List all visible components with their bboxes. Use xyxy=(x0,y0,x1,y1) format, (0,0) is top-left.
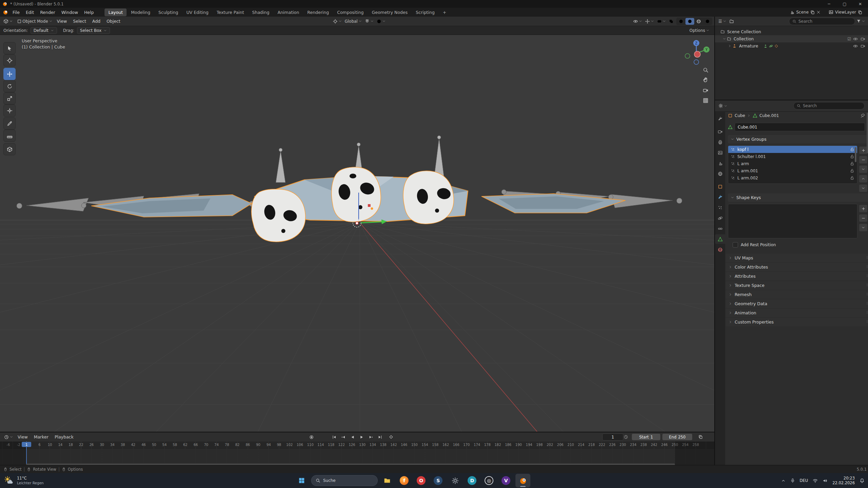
scene-selector[interactable]: Scene xyxy=(787,9,823,15)
blender-menu-icon[interactable] xyxy=(3,9,8,15)
hide-viewport-eye-icon[interactable] xyxy=(853,44,858,48)
lock-open-icon[interactable] xyxy=(850,154,854,159)
breadcrumb-object[interactable]: Cube xyxy=(735,113,745,118)
minimize-button[interactable]: ─ xyxy=(821,0,837,8)
panel-animation[interactable]: Animation⠿ xyxy=(726,309,868,317)
camera-view-button[interactable] xyxy=(701,86,710,95)
outliner-display-mode-button[interactable] xyxy=(728,18,735,24)
disable-render-camera-icon[interactable] xyxy=(861,44,865,48)
editor-type-button[interactable] xyxy=(2,18,14,24)
new-view-layer-icon[interactable] xyxy=(858,10,862,15)
tab-tool[interactable] xyxy=(715,114,725,123)
timeline-menu-marker[interactable]: Marker xyxy=(31,433,52,441)
keying-set-dropdown[interactable] xyxy=(387,434,395,441)
settings-gear-icon[interactable] xyxy=(448,474,463,487)
viewport-canvas[interactable] xyxy=(0,34,714,432)
new-scene-icon[interactable] xyxy=(810,10,815,15)
workspace-tab-uv-editing[interactable]: UV Editing xyxy=(183,8,212,16)
taskbar-search[interactable]: Suche xyxy=(311,475,378,486)
shading-rendered-button[interactable] xyxy=(703,18,712,25)
previous-keyframe-button[interactable] xyxy=(339,434,348,441)
timeline-channels[interactable] xyxy=(0,449,714,466)
vertex-groups-panel-header[interactable]: Vertex Groups ⠿ xyxy=(728,135,868,143)
remove-vertex-group-button[interactable] xyxy=(859,156,868,164)
options-dropdown[interactable]: Options xyxy=(688,27,711,34)
outliner-row-armature[interactable]: Armature xyxy=(715,42,868,50)
blender-taskbar-icon[interactable] xyxy=(515,474,530,487)
workspace-tab-rendering[interactable]: Rendering xyxy=(304,8,333,16)
playback-sync-button[interactable] xyxy=(696,434,705,441)
menu-edit[interactable]: Edit xyxy=(23,9,37,16)
tab-physics[interactable] xyxy=(715,213,725,223)
collection-checkbox[interactable]: ☑ xyxy=(847,37,851,41)
timeline-menu-playback[interactable]: Playback xyxy=(52,433,77,441)
start-button[interactable] xyxy=(294,474,309,487)
playhead-handle[interactable]: 1 xyxy=(22,442,31,447)
transform-pivot-dropdown[interactable] xyxy=(332,18,343,24)
outliner-row-collection[interactable]: Collection ☑ xyxy=(715,35,868,42)
play-button[interactable] xyxy=(358,434,366,441)
panel-drag-handle[interactable]: ⠿ xyxy=(866,256,868,260)
move-group-up-button[interactable] xyxy=(859,175,868,183)
panel-texture-space[interactable]: Texture Space⠿ xyxy=(726,281,868,290)
shape-keys-list[interactable] xyxy=(728,204,857,238)
outliner-row-scene-collection[interactable]: Scene Collection xyxy=(715,28,868,35)
menu-help[interactable]: Help xyxy=(81,9,97,16)
panel-geometry-data[interactable]: Geometry Data⠿ xyxy=(726,299,868,308)
panel-remesh[interactable]: Remesh⠿ xyxy=(726,290,868,299)
hide-viewport-eye-icon[interactable] xyxy=(853,37,858,41)
move-group-down-button[interactable] xyxy=(859,184,868,192)
viewport-menu-object[interactable]: Object xyxy=(103,18,124,25)
remove-shape-key-button[interactable] xyxy=(859,214,868,222)
workspace-tab-shading[interactable]: Shading xyxy=(248,8,273,16)
panel-custom-properties[interactable]: Custom Properties⠿ xyxy=(726,318,868,326)
view-layer-selector[interactable]: ViewLayer xyxy=(826,9,865,15)
outliner-editor-type-button[interactable]: ☰ xyxy=(717,18,728,24)
obs-studio-icon[interactable]: ◎ xyxy=(482,474,496,487)
tab-render[interactable] xyxy=(715,127,725,136)
timeline-ruler[interactable]: -6-2261014182226303438424650545862667074… xyxy=(0,442,714,449)
vertex-group-item[interactable]: Schulter l.001 xyxy=(728,153,857,160)
panel-drag-handle[interactable]: ⠿ xyxy=(866,301,868,306)
weather-widget[interactable]: 11°C Leichter Regen xyxy=(4,476,44,485)
tab-constraints[interactable] xyxy=(715,224,725,233)
keyboard-language[interactable]: DEU xyxy=(800,478,808,483)
tool-measure[interactable] xyxy=(3,130,16,142)
frame-end-field[interactable]: End250 xyxy=(662,434,692,440)
menu-window[interactable]: Window xyxy=(58,9,81,16)
firefox-icon[interactable]: f xyxy=(397,474,412,487)
properties-editor-type-button[interactable] xyxy=(717,103,729,109)
mode-dropdown[interactable]: Object Mode xyxy=(16,18,54,24)
tab-view-layer[interactable] xyxy=(715,148,725,157)
vertex-group-item[interactable]: L arm xyxy=(728,160,857,167)
microphone-icon[interactable] xyxy=(790,478,795,483)
panel-attributes[interactable]: Attributes⠿ xyxy=(726,272,868,280)
transform-orientation-dropdown[interactable]: Global xyxy=(343,18,363,24)
panel-drag-handle[interactable]: ⠿ xyxy=(866,292,868,297)
add-rest-position-checkbox[interactable] xyxy=(733,242,738,248)
vertex-group-specials-button[interactable] xyxy=(859,165,868,173)
workspace-tab-texture-paint[interactable]: Texture Paint xyxy=(213,8,248,16)
panel-color-attributes[interactable]: Color Attributes⠿ xyxy=(726,263,868,271)
snap-toggle[interactable] xyxy=(363,18,375,24)
shading-wireframe-button[interactable] xyxy=(677,18,685,25)
shading-solid-button[interactable] xyxy=(685,18,694,25)
vertex-group-item[interactable]: L arm.002 xyxy=(728,174,857,181)
panel-drag-handle[interactable]: ⠿ xyxy=(866,311,868,315)
list-scrollbar[interactable] xyxy=(855,147,856,162)
add-shape-key-button[interactable] xyxy=(859,204,868,213)
outliner-search[interactable]: Search xyxy=(789,18,855,25)
overlays-dropdown[interactable] xyxy=(656,18,667,24)
jump-to-end-button[interactable] xyxy=(376,434,384,441)
expand-icon[interactable] xyxy=(728,44,732,48)
workspace-tab-layout[interactable]: Layout xyxy=(105,8,127,16)
tab-object-data[interactable] xyxy=(715,234,725,244)
tool-add-cube[interactable] xyxy=(3,143,16,155)
notifications-bell-icon[interactable] xyxy=(860,478,865,483)
xray-toggle[interactable] xyxy=(667,18,675,24)
gizmos-dropdown[interactable] xyxy=(644,18,656,24)
shading-material-button[interactable] xyxy=(694,18,703,25)
steam-icon[interactable]: S xyxy=(431,474,446,487)
viewport-menu-add[interactable]: Add xyxy=(89,18,103,25)
viewport-menu-select[interactable]: Select xyxy=(70,18,89,25)
